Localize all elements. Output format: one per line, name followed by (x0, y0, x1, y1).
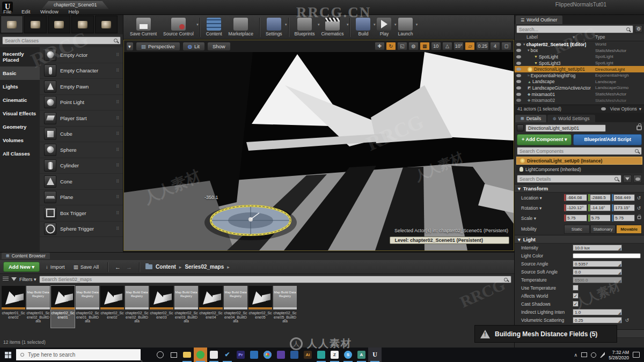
drag-grip-icon[interactable]: ⠿ (116, 211, 119, 216)
taskbar-clock[interactable]: 7:32 AM 5/28/2020 (609, 350, 629, 360)
tray-chevron-icon[interactable]: ∧ (574, 352, 578, 358)
location-z-field[interactable]: 568.449 (613, 194, 635, 201)
category-lights[interactable]: Lights (0, 80, 40, 93)
category-cinematic[interactable]: Cinematic (0, 93, 40, 107)
category-basic[interactable]: Basic (0, 67, 40, 80)
start-button[interactable] (0, 348, 16, 362)
light-section-header[interactable]: ▾Light (515, 235, 644, 243)
breadcrumb-series02-maps[interactable]: Series02_maps (185, 264, 224, 270)
place-item-empty-pawn[interactable]: Empty Pawn⠿ (40, 79, 123, 95)
menu-edit[interactable]: Edit (21, 9, 30, 14)
visibility-eye-icon[interactable] (516, 55, 521, 58)
source-control-button[interactable]: Source Control▾ (160, 17, 197, 37)
outliner-row-directional-light-selected[interactable]: DirectionalLight_setUp01DirectionalLight (515, 66, 644, 72)
outliner-row-spotlight3[interactable]: ▼SpotLight3SpotLight (515, 60, 644, 67)
place-item-cone[interactable]: Cone⠿ (40, 174, 123, 190)
task-view-icon[interactable] (167, 348, 180, 362)
scale-label[interactable]: Scale ▾ (521, 216, 563, 221)
world-local-toggle-button[interactable]: ◍ (408, 42, 419, 50)
location-x-field[interactable]: -664.08 (566, 194, 587, 201)
breadcrumb-arrow-icon[interactable]: ▸ (227, 264, 230, 270)
sort-arrow-icon[interactable]: ▾ (573, 34, 575, 40)
search-classes-input[interactable] (2, 36, 121, 45)
grid-snap-value-button[interactable]: 10 (431, 42, 441, 50)
rotate-tool-button[interactable]: ↻ (386, 42, 396, 50)
illustrator-icon[interactable]: Ai (301, 348, 314, 362)
chevron-down-icon[interactable]: ▾ (347, 23, 349, 27)
foliage-mode-tab[interactable] (71, 16, 94, 33)
level-tab[interactable]: chapter02_Scene01 (42, 1, 109, 9)
category-volumes[interactable]: Volumes (0, 134, 40, 147)
asset-tile[interactable]: chapter02_Scene03 (150, 286, 173, 328)
mobility-stationary-button[interactable]: Stationary (590, 225, 616, 234)
tree-expanded-icon[interactable]: ▾ (523, 42, 525, 47)
transform-section-header[interactable]: ▾Transform (515, 184, 644, 193)
outliner-row-height-fog[interactable]: ≈ExponentialHeightFogExponentialHeigh (515, 72, 644, 79)
teal-app-icon[interactable] (314, 348, 328, 362)
reset-rotation-icon[interactable]: ↺ (636, 205, 642, 211)
file-explorer-icon[interactable] (180, 348, 194, 362)
drag-grip-icon[interactable]: ⠿ (116, 84, 119, 89)
obs-icon[interactable] (274, 348, 288, 362)
outliner-row-mixamao01[interactable]: ◆mixamao01StaticMeshActor (515, 91, 644, 98)
maximize-viewport-button[interactable]: ◻ (501, 42, 511, 50)
asset-tile[interactable]: chapter01_Scene02 (2, 286, 25, 328)
tab-world-settings[interactable]: ◍World Settings (547, 115, 595, 122)
premiere-icon[interactable]: Pr (234, 348, 247, 362)
asset-tile[interactable]: chapter02_Scene02 (100, 286, 124, 328)
outliner-row-landscape-gizmo[interactable]: ◩LandscapeGizmoActiveActorLandscapeGizmo (515, 85, 644, 91)
forward-button[interactable]: → (125, 264, 133, 270)
volumetric-scattering-field[interactable]: 0.25◢ (573, 317, 622, 323)
menu-window[interactable]: Window (40, 9, 58, 14)
action-center-icon[interactable] (633, 352, 640, 358)
location-y-field[interactable]: -2886.5 (590, 194, 611, 201)
filter-funnel-icon[interactable] (11, 277, 17, 281)
category-visual-effects[interactable]: Visual Effects (0, 107, 40, 120)
asset-tile[interactable]: chapter02_Scene04 (199, 286, 223, 328)
place-mode-tab[interactable] (1, 16, 23, 33)
scale-z-field[interactable]: 5.75 (613, 215, 635, 221)
back-button[interactable]: ← (114, 264, 122, 270)
asset-tile[interactable]: Map Build Data Registrychapter02_Scene05… (273, 286, 297, 328)
asset-tile[interactable]: Map Build Data Registrychapter01_Scene02… (26, 286, 50, 328)
place-item-player-start[interactable]: Player Start⠿ (40, 110, 123, 127)
cortana-icon[interactable] (153, 348, 167, 362)
lock-icon[interactable] (636, 125, 642, 130)
rotation-snap-value-button[interactable]: 10° (453, 42, 464, 50)
mobility-static-button[interactable]: Static (564, 225, 590, 234)
drag-grip-icon[interactable]: ⠿ (116, 68, 119, 73)
label-column-header[interactable]: Label (526, 34, 538, 40)
scale-x-field[interactable]: 5.75 (566, 215, 587, 221)
maya-icon[interactable]: A (355, 348, 368, 362)
visibility-eye-icon[interactable] (516, 68, 521, 71)
source-soft-angle-field[interactable]: 0.0◢ (573, 269, 622, 275)
chevron-down-icon[interactable]: ▾ (196, 23, 199, 27)
mobility-movable-button[interactable]: Movable (616, 225, 642, 234)
scale-lock-icon[interactable] (636, 215, 642, 221)
drag-grip-icon[interactable]: ⠿ (116, 179, 119, 184)
show-button[interactable]: Show (207, 42, 231, 51)
visibility-eye-icon[interactable] (516, 74, 521, 77)
tree-expanded-icon[interactable]: ▾ (528, 48, 530, 53)
category-all-classes[interactable]: All Classes (0, 147, 40, 160)
save-all-button[interactable]: ▥Save All (71, 262, 101, 271)
save-current-button[interactable]: Save Current (127, 17, 160, 37)
drag-grip-icon[interactable]: ⠿ (116, 147, 119, 152)
reset-volumetric-icon[interactable]: ↺ (624, 317, 630, 323)
source-angle-field[interactable]: 0.5357◢ (573, 261, 622, 267)
pen-icon[interactable] (600, 352, 605, 358)
category-geometry[interactable]: Geometry (0, 120, 40, 134)
drag-grip-icon[interactable]: ⠿ (116, 53, 119, 57)
zbrush-icon[interactable]: Z (328, 348, 341, 362)
lit-mode-button[interactable]: ◍Lit (182, 42, 205, 51)
use-temperature-checkbox[interactable] (573, 285, 579, 291)
discord-icon[interactable]: ✔ (221, 348, 234, 362)
unreal-engine-icon[interactable]: U (368, 348, 382, 362)
drag-grip-icon[interactable]: ⠿ (116, 195, 119, 200)
view-options-button[interactable]: View Options▾ (599, 106, 641, 112)
add-new-button[interactable]: Add New ▾ (3, 262, 40, 272)
intensity-field[interactable]: 10.0 lux◢ (573, 245, 622, 251)
rotation-x-field[interactable]: -120.12° (566, 204, 587, 211)
screen-recorder-icon[interactable] (194, 348, 207, 362)
place-item-point-light[interactable]: Point Light⠿ (40, 95, 123, 111)
